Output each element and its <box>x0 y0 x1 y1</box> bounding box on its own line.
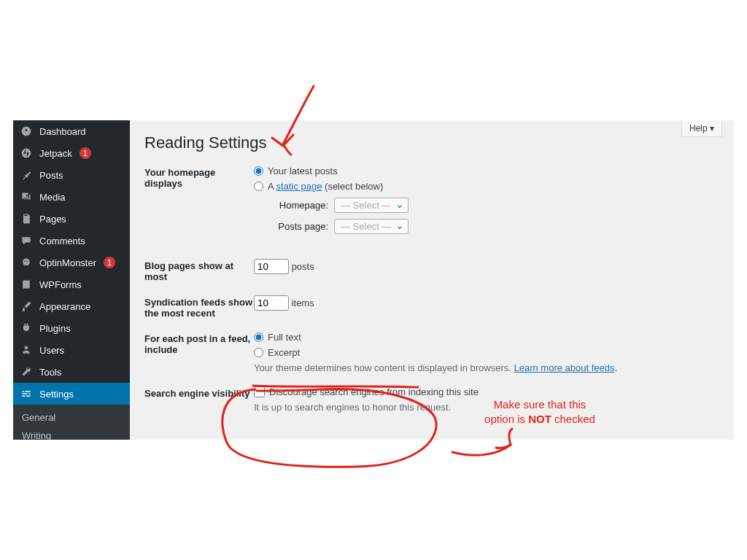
static-page-link[interactable]: static page <box>276 181 322 192</box>
form-icon <box>19 279 34 290</box>
sidebar-item-wpforms[interactable]: WPForms <box>13 273 130 295</box>
plug-icon <box>19 322 34 334</box>
row-syndication: Syndication feeds show the most recent i… <box>144 295 719 319</box>
unit: posts <box>292 261 314 272</box>
postspage-select[interactable]: — Select — <box>334 219 409 234</box>
sidebar-label: Plugins <box>39 323 71 334</box>
wrench-icon <box>19 366 34 378</box>
sidebar-label: Comments <box>39 236 85 246</box>
radio-label: Full text <box>268 332 301 343</box>
label-homepage-displays: Your homepage displays <box>144 166 254 189</box>
row-homepage-displays: Your homepage displays Your latest posts… <box>144 166 719 238</box>
page-title: Reading Settings <box>144 133 719 152</box>
unit: items <box>292 298 314 308</box>
sidebar-item-settings[interactable]: Settings <box>13 383 130 405</box>
sidebar-item-appearance[interactable]: Appearance <box>13 295 130 317</box>
sliders-icon <box>19 388 34 400</box>
row-blog-pages: Blog pages show at most posts <box>144 259 719 282</box>
checkbox-discourage-indexing[interactable] <box>254 386 265 397</box>
sidebar-item-posts[interactable]: Posts <box>13 164 130 186</box>
sidebar-label: Tools <box>39 367 61 378</box>
homepage-select[interactable]: — Select — <box>334 198 409 213</box>
row-feed-include: For each post in a feed, include Full te… <box>144 332 719 373</box>
sidebar-item-tools[interactable]: Tools <box>13 361 130 383</box>
search-visibility-note: It is up to search engines to honor this… <box>254 402 719 413</box>
radio-latest-posts[interactable] <box>254 166 263 176</box>
badge: 1 <box>104 257 115 268</box>
pin-icon <box>19 169 34 181</box>
feed-note: Your theme determines how content is dis… <box>254 362 719 373</box>
radio-full-text[interactable] <box>254 332 263 342</box>
media-icon <box>19 191 34 203</box>
sidebar-item-plugins[interactable]: Plugins <box>13 317 130 339</box>
label-blog-pages: Blog pages show at most <box>144 259 254 282</box>
sidebar-label: Jetpack <box>39 148 72 159</box>
sub-item-writing[interactable]: Writing <box>13 427 130 440</box>
checkbox-label: Discourage search engines from indexing … <box>269 386 479 397</box>
settings-page: Help ▾ Reading Settings Your homepage di… <box>130 120 734 440</box>
admin-sidebar: Dashboard Jetpack 1 Posts Media Pages <box>13 120 130 440</box>
sidebar-item-optinmonster[interactable]: OptinMonster 1 <box>13 252 130 273</box>
label-search-visibility: Search engine visibility <box>144 386 254 399</box>
sidebar-label: Dashboard <box>39 126 86 137</box>
sidebar-item-users[interactable]: Users <box>13 339 130 361</box>
sub-item-general[interactable]: General <box>13 408 130 427</box>
sidebar-item-media[interactable]: Media <box>13 186 130 208</box>
settings-submenu: General Writing Reading Discussion <box>13 405 130 440</box>
sidebar-label: OptinMonster <box>39 257 96 268</box>
sidebar-item-pages[interactable]: Pages <box>13 208 130 230</box>
sidebar-label: WPForms <box>39 279 82 290</box>
admin-frame: Dashboard Jetpack 1 Posts Media Pages <box>13 120 734 440</box>
sidebar-label: Settings <box>39 389 74 400</box>
help-tab[interactable]: Help ▾ <box>681 120 722 137</box>
blog-pages-input[interactable] <box>254 259 289 274</box>
sidebar-label: Appearance <box>39 301 90 312</box>
sidebar-label: Users <box>39 345 64 356</box>
brush-icon <box>19 300 34 312</box>
comment-icon <box>19 235 34 246</box>
page-icon <box>19 213 34 225</box>
learn-more-feeds-link[interactable]: Learn more about feeds <box>514 362 614 373</box>
svg-point-0 <box>22 149 31 158</box>
sidebar-item-dashboard[interactable]: Dashboard <box>13 120 130 142</box>
sidebar-item-jetpack[interactable]: Jetpack 1 <box>13 142 130 164</box>
sidebar-label: Pages <box>39 214 66 225</box>
badge: 1 <box>80 147 91 159</box>
radio-label: Excerpt <box>268 347 300 358</box>
user-icon <box>19 344 34 356</box>
gauge-icon <box>19 125 34 137</box>
label-syndication: Syndication feeds show the most recent <box>144 295 254 319</box>
radio-label: A static page (select below) <box>268 181 383 192</box>
sidebar-label: Posts <box>39 170 63 181</box>
row-search-visibility: Search engine visibility Discourage sear… <box>144 386 719 413</box>
postspage-select-label: Posts page: <box>271 221 328 232</box>
sidebar-label: Media <box>39 192 65 203</box>
jetpack-icon <box>19 147 34 159</box>
optinmonster-icon <box>19 257 34 268</box>
label-feed-include: For each post in a feed, include <box>144 332 254 355</box>
sidebar-item-comments[interactable]: Comments <box>13 230 130 252</box>
homepage-select-label: Homepage: <box>271 200 328 211</box>
radio-label: Your latest posts <box>268 166 338 176</box>
radio-static-page[interactable] <box>254 182 263 191</box>
radio-excerpt[interactable] <box>254 348 263 357</box>
syndication-input[interactable] <box>254 295 289 311</box>
